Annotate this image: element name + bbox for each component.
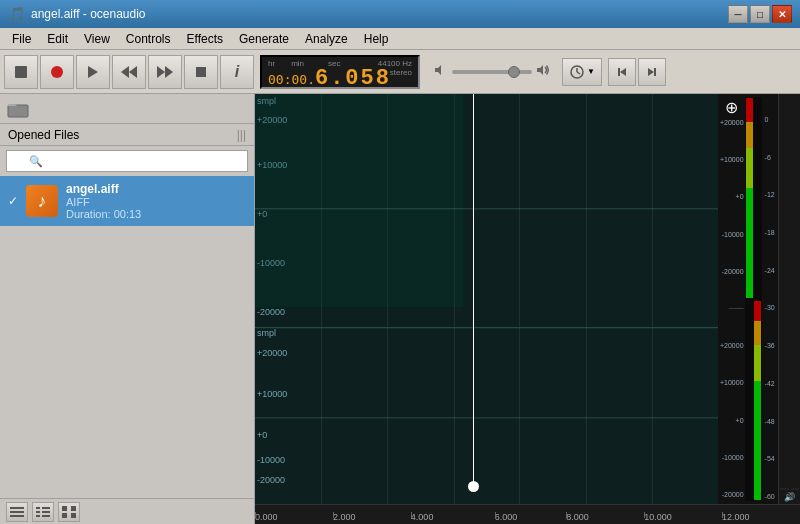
volume-area <box>434 63 552 80</box>
nav-right-icon <box>646 66 658 78</box>
file-type-icon: ♪ <box>26 185 58 217</box>
db-48: -48 <box>765 418 775 425</box>
svg-rect-21 <box>36 507 40 509</box>
playback-cursor[interactable] <box>473 94 474 484</box>
rewind-button[interactable] <box>112 55 146 89</box>
svg-rect-14 <box>618 68 620 76</box>
tick-12: 12.000 <box>722 512 750 522</box>
nav-left-button[interactable] <box>608 58 636 86</box>
svg-rect-7 <box>196 67 206 77</box>
view-list-button[interactable] <box>6 502 28 522</box>
time-labels: hrminsec <box>268 59 340 68</box>
maximize-button[interactable]: □ <box>750 5 770 23</box>
folder-button[interactable] <box>6 98 30 120</box>
title-bar: 🎵 angel.aiff - ocenaudio ─ □ ✕ <box>0 0 800 28</box>
right-panel: smpl +20000 +10000 +0 -10000 -20000 smpl… <box>255 94 800 524</box>
db-24: -24 <box>765 267 775 274</box>
svg-rect-20 <box>10 515 24 517</box>
svg-rect-28 <box>71 506 76 511</box>
folder-icon <box>7 100 29 118</box>
view-details-button[interactable] <box>32 502 54 522</box>
clock-icon <box>569 64 585 80</box>
search-input[interactable] <box>6 150 248 172</box>
fast-forward-button[interactable] <box>148 55 182 89</box>
panel-resize-handle[interactable]: ||| <box>237 128 246 142</box>
zoom-in-icon[interactable]: ⊕ <box>720 98 744 117</box>
menu-generate[interactable]: Generate <box>231 28 297 49</box>
file-duration: Duration: 00:13 <box>66 208 246 220</box>
db-6: -6 <box>765 154 775 161</box>
db-12: -12 <box>765 191 775 198</box>
menu-file[interactable]: File <box>4 28 39 49</box>
fast-forward-icon <box>156 64 174 80</box>
file-item[interactable]: ✓ ♪ angel.aiff AIFF Duration: 00:13 <box>0 176 254 226</box>
menu-edit[interactable]: Edit <box>39 28 76 49</box>
menu-help[interactable]: Help <box>356 28 397 49</box>
tick-6: 6.000 <box>495 512 518 522</box>
menu-bar: File Edit View Controls Effects Generate… <box>0 28 800 50</box>
menu-effects[interactable]: Effects <box>179 28 231 49</box>
meter-bar-right <box>754 301 761 501</box>
time-info: 44100 Hz stereo <box>378 59 412 77</box>
meter-bar-left <box>746 98 753 298</box>
svg-rect-23 <box>36 511 40 513</box>
left-panel: Opened Files ||| 🔍 ✓ ♪ angel.aiff AIFF D… <box>0 94 255 524</box>
menu-analyze[interactable]: Analyze <box>297 28 356 49</box>
svg-rect-27 <box>62 506 67 511</box>
file-type: AIFF <box>66 196 246 208</box>
opened-files-label: Opened Files <box>8 128 79 142</box>
volume-slider[interactable] <box>452 70 532 74</box>
window-title: angel.aiff - ocenaudio <box>31 7 146 21</box>
search-bar: 🔍 <box>0 146 254 176</box>
play-button[interactable] <box>76 55 110 89</box>
toolbar: i hrminsec 00:00. 6.058 44100 Hz stereo <box>0 50 800 94</box>
tick-0: 0.000 <box>255 512 278 522</box>
svg-point-1 <box>51 66 63 78</box>
svg-rect-24 <box>42 511 50 513</box>
stop2-button[interactable] <box>184 55 218 89</box>
file-info: angel.aiff AIFF Duration: 00:13 <box>66 182 246 220</box>
timeline-ruler: 0.000 2.000 4.000 6.000 8.000 10.000 <box>255 504 800 524</box>
svg-rect-29 <box>62 513 67 518</box>
clock-button[interactable]: ▼ <box>562 58 602 86</box>
db-0: 0 <box>765 116 775 123</box>
nav-right-button[interactable] <box>638 58 666 86</box>
svg-rect-22 <box>42 507 50 509</box>
record-button[interactable] <box>40 55 74 89</box>
navigation-buttons <box>608 58 666 86</box>
db-42: -42 <box>765 380 775 387</box>
play-icon <box>85 64 101 80</box>
volume-slider-thumb[interactable] <box>508 66 520 78</box>
level-meters-panel: ⊕ +20000 +10000 +0 -10000 -20000 ─── +20… <box>718 94 778 504</box>
svg-marker-3 <box>121 66 129 78</box>
tick-10: 10.000 <box>644 512 672 522</box>
view-grid-button[interactable] <box>58 502 80 522</box>
waveform-canvas[interactable]: smpl +20000 +10000 +0 -10000 -20000 smpl… <box>255 94 718 504</box>
menu-view[interactable]: View <box>76 28 118 49</box>
speaker-icon: 🔊 <box>784 492 795 502</box>
db-54: -54 <box>765 455 775 462</box>
svg-marker-9 <box>537 65 543 75</box>
stop-button[interactable] <box>4 55 38 89</box>
folder-bar <box>0 94 254 124</box>
nav-left-icon <box>616 66 628 78</box>
svg-rect-31 <box>255 94 463 307</box>
tick-4: 4.000 <box>411 512 434 522</box>
minimize-button[interactable]: ─ <box>728 5 748 23</box>
app-icon: 🎵 <box>8 6 25 22</box>
svg-rect-0 <box>15 66 27 78</box>
rewind-icon <box>120 64 138 80</box>
svg-rect-16 <box>654 68 656 76</box>
svg-marker-4 <box>129 66 137 78</box>
menu-controls[interactable]: Controls <box>118 28 179 49</box>
music-icon: ♪ <box>38 191 47 212</box>
close-button[interactable]: ✕ <box>772 5 792 23</box>
main-area: Opened Files ||| 🔍 ✓ ♪ angel.aiff AIFF D… <box>0 94 800 524</box>
tick-8: 8.000 <box>566 512 589 522</box>
svg-rect-30 <box>71 513 76 518</box>
time-display: hrminsec 00:00. 6.058 44100 Hz stereo <box>260 55 420 89</box>
file-list: ✓ ♪ angel.aiff AIFF Duration: 00:13 <box>0 176 254 498</box>
svg-marker-2 <box>88 66 98 78</box>
info-button[interactable]: i <box>220 55 254 89</box>
cursor-handle[interactable] <box>468 481 479 492</box>
